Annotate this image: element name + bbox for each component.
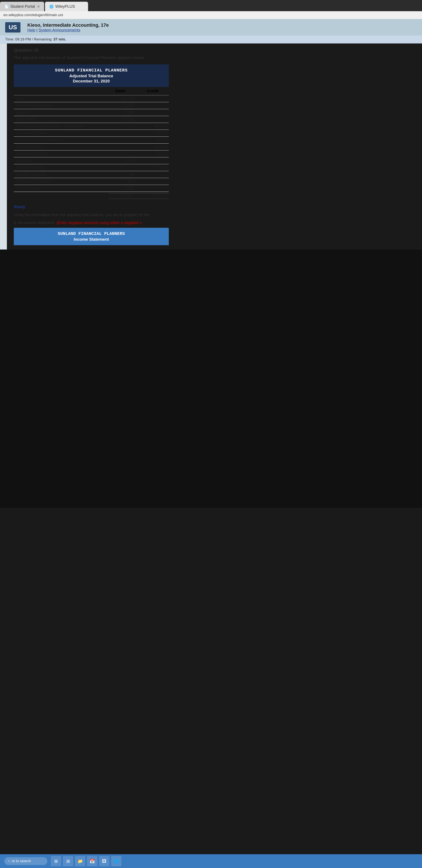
tab-wileyplus[interactable]: 🌐 WileyPLUS xyxy=(45,2,88,11)
student-portal-close[interactable]: ✕ xyxy=(37,4,40,9)
taskbar: ○ re to search ⊞ ⊞ 📁 📅 🖼 🌐 xyxy=(0,854,422,868)
timer-bar: Time: 09:19 PM / Remaining: 37 min. xyxy=(0,35,422,43)
bottom-black-area xyxy=(0,249,422,508)
table-row: Accumulated Depreciation—Equipment $4,27… xyxy=(14,123,169,130)
table-row: Supplies 1,800 xyxy=(14,109,169,116)
table-row: Depreciation Expense 2,500 xyxy=(14,178,169,185)
timer-value: 37 min. xyxy=(53,37,66,41)
taskbar-icons: ⊞ ⊞ 📁 📅 🖼 🌐 xyxy=(51,856,121,866)
tb-report-title: Adjusted Trial Balance xyxy=(17,73,165,79)
table-row: Accounts Payable 3,650 xyxy=(14,130,169,137)
table-row: Common Stock 10,000 xyxy=(14,144,169,151)
left-nav xyxy=(0,43,7,249)
tb-report-date: December 31, 2020 xyxy=(17,79,165,84)
table-row: Accounts Receivable 2,100 xyxy=(14,102,169,109)
student-portal-tab-label: Student Portal xyxy=(10,4,35,9)
instruction-text: An income statement. xyxy=(18,221,56,225)
wiley-logo: US xyxy=(5,22,21,32)
taskbar-windows-icon[interactable]: ⊞ xyxy=(51,856,61,866)
table-row: Service Revenue 4,400 xyxy=(14,164,169,171)
question-number: Question 19 xyxy=(14,48,415,53)
study-link[interactable]: Study xyxy=(14,205,415,209)
wileyplus-icon: 🌐 xyxy=(49,4,54,9)
taskbar-grid-icon[interactable]: ⊞ xyxy=(63,856,73,866)
timer-label: Time: 09:19 PM / Remaining: xyxy=(5,37,53,41)
is-company-name: SUNLAND FINANCIAL PLANNERS xyxy=(17,231,165,236)
table-row: Cash $3,450 xyxy=(14,95,169,102)
right-content: Question 19 The adjusted trial balance o… xyxy=(7,43,422,249)
book-title: Kieso, Intermediate Accounting, 17e xyxy=(27,22,109,28)
taskbar-calendar-icon[interactable]: 📅 xyxy=(87,856,97,866)
address-bar[interactable]: en.wileyplus.com/edugen/lti/main.uni xyxy=(0,11,422,19)
tb-company-name: SUNLAND FINANCIAL PLANNERS xyxy=(17,68,165,73)
instruction-number: 1. xyxy=(14,221,17,225)
search-icon: ○ xyxy=(8,859,10,863)
student-portal-icon: 📄 xyxy=(4,4,9,9)
income-stmt-header: SUNLAND FINANCIAL PLANNERS Income Statem… xyxy=(14,228,169,245)
announcements-link[interactable]: System Announcements xyxy=(38,28,80,32)
taskbar-search-text: re to search xyxy=(11,859,31,863)
col-credit-header: Credit xyxy=(137,89,169,93)
table-row: Rent Expense 2,950 xyxy=(14,185,169,192)
tab-bar: 📄 Student Portal ✕ 🌐 WileyPLUS xyxy=(0,0,422,11)
tb-rows: Cash $3,450 Accounts Receivable 2,100 Su… xyxy=(14,95,169,192)
taskbar-search[interactable]: ○ re to search xyxy=(4,857,48,865)
tb-total-debit: $33,650 xyxy=(109,193,139,199)
help-link[interactable]: Help xyxy=(27,28,35,32)
table-row: Unearned Service Revenue 6,875 xyxy=(14,137,169,144)
wiley-header: US Kieso, Intermediate Accounting, 17e H… xyxy=(0,19,422,43)
table-row: Supplies Expense 750 xyxy=(14,171,169,178)
browser-chrome: 📄 Student Portal ✕ 🌐 WileyPLUS en.wileyp… xyxy=(0,0,422,19)
table-row: Retained Earnings 4,450 xyxy=(14,151,169,157)
trial-balance-container: SUNLAND FINANCIAL PLANNERS Adjusted Tria… xyxy=(14,64,169,200)
taskbar-chrome-icon[interactable]: 🌐 xyxy=(111,856,121,866)
table-row: Dividends 3,000 xyxy=(14,157,169,164)
taskbar-image-icon[interactable]: 🖼 xyxy=(99,856,109,866)
tb-totals-row: $33,650 $33,650 xyxy=(14,192,169,200)
trial-balance-header: SUNLAND FINANCIAL PLANNERS Adjusted Tria… xyxy=(14,64,169,87)
url-text: en.wileyplus.com/edugen/lti/main.uni xyxy=(3,13,63,17)
taskbar-folder-icon[interactable]: 📁 xyxy=(75,856,85,866)
tb-total-credit: $33,650 xyxy=(139,193,169,199)
tab-student-portal[interactable]: 📄 Student Portal ✕ xyxy=(0,2,44,11)
question-intro: The adjusted trial balance of Sunland Fi… xyxy=(14,55,415,60)
tb-col-headers: Debit Credit xyxy=(14,87,169,95)
income-stmt-instruction: 1. An income statement. (Enter negative … xyxy=(14,221,415,225)
table-row: Equipment 17,100 xyxy=(14,116,169,123)
negative-note: (Enter negative amounts using either a n… xyxy=(56,221,142,225)
content-wrapper: Question 19 The adjusted trial balance o… xyxy=(0,43,422,249)
header-links: Help | System Announcements xyxy=(27,28,109,32)
using-info-text: Using the information from the adjusted … xyxy=(14,213,415,217)
col-debit-header: Debit xyxy=(104,89,137,93)
wileyplus-tab-label: WileyPLUS xyxy=(55,4,75,9)
is-report-title: Income Statement xyxy=(17,237,165,242)
